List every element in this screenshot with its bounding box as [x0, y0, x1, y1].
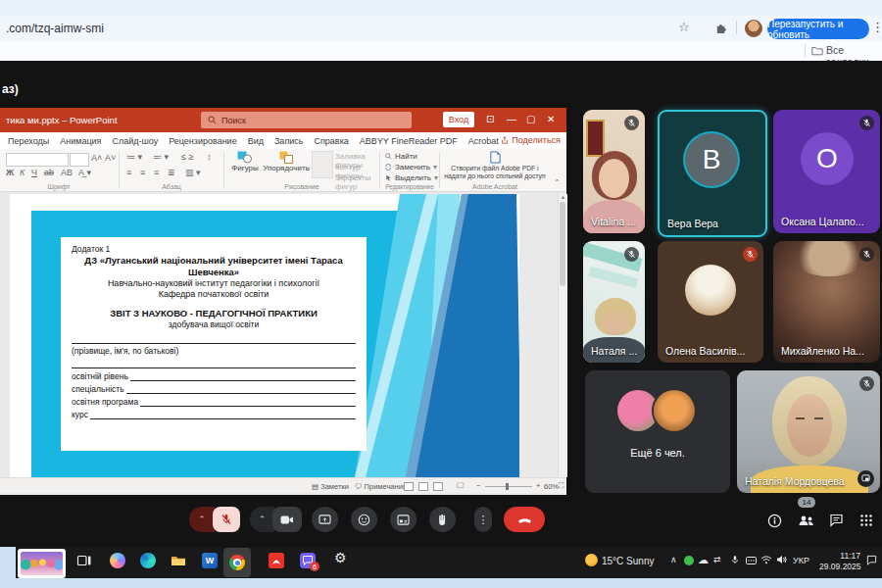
font-name-box[interactable]	[6, 153, 69, 167]
profile-avatar[interactable]	[745, 20, 762, 37]
zoom-slider[interactable]	[485, 486, 532, 487]
participant-tile-vitalina[interactable]: Vitalina ...	[583, 110, 645, 233]
more-participants-tile[interactable]: Ещё 6 чел.	[585, 370, 730, 493]
fit-to-window-icon[interactable]: ⛶	[559, 481, 564, 491]
notes-button[interactable]: ▤ Заметки	[312, 482, 349, 491]
tab-abbyy[interactable]: ABBYY FineReader PDF	[360, 136, 458, 146]
tab-animations[interactable]: Анимация	[60, 136, 101, 146]
activities-apps-icon[interactable]	[859, 514, 873, 531]
text-color-button[interactable]: А̲ ▾	[78, 168, 91, 177]
microphone-tray-icon[interactable]	[730, 555, 740, 565]
more-options-button[interactable]: ⋮	[474, 507, 492, 532]
chrome-active-tile[interactable]	[223, 548, 251, 577]
vertical-scrollbar[interactable]: ▲	[558, 194, 567, 477]
strikethrough-button[interactable]: ab	[44, 168, 54, 177]
word-icon[interactable]: W	[202, 553, 218, 568]
participant-tile-vera[interactable]: B Вера Вера	[658, 110, 767, 237]
acrobat-icon[interactable]	[269, 553, 284, 568]
participant-tile-oksana[interactable]: O Оксана Цалапо...	[773, 110, 880, 233]
find-button[interactable]: Найти	[385, 152, 417, 161]
bullets-button[interactable]: ≔ ▾	[126, 152, 142, 162]
indent-buttons[interactable]: ≤ ≥	[181, 152, 193, 162]
collapse-ribbon-icon[interactable]: ⌃	[554, 178, 561, 187]
italic-button[interactable]: К	[20, 168, 24, 177]
grow-font-button[interactable]: A˄	[91, 153, 102, 163]
columns-button[interactable]: ▥ ▾	[185, 168, 201, 177]
tab-transitions[interactable]: Переходы	[8, 136, 49, 146]
underline-button[interactable]: Ч	[31, 168, 37, 177]
char-spacing-button[interactable]: АВ	[61, 168, 73, 177]
zoom-slider-thumb[interactable]	[506, 483, 509, 490]
scroll-up-icon[interactable]: ▲	[559, 194, 567, 200]
close-button[interactable]: ✕	[547, 114, 555, 124]
weather-widget[interactable]: 15°C Sunny	[602, 556, 654, 566]
mic-muted-button[interactable]	[213, 507, 240, 532]
camera-button[interactable]	[272, 507, 302, 532]
ppt-share-button[interactable]: Поделиться	[501, 135, 561, 145]
tab-help[interactable]: Справка	[314, 136, 348, 146]
bold-button[interactable]: Ж	[6, 168, 14, 177]
zoom-in-button[interactable]: +	[536, 481, 540, 490]
shapes-button[interactable]: Фигуры	[228, 151, 262, 172]
select-button[interactable]: Выделить▾	[385, 173, 438, 182]
end-call-button[interactable]	[504, 507, 545, 532]
language-indicator[interactable]: УКР	[793, 556, 809, 565]
zoom-level[interactable]: 60%	[544, 482, 559, 491]
comments-button[interactable]: 🗩 Примечания	[355, 482, 407, 491]
onedrive-cloud-icon[interactable]: ☁	[698, 554, 709, 566]
align-right-button[interactable]: ≡	[154, 168, 159, 177]
reading-view-button[interactable]	[433, 482, 443, 491]
viber-icon[interactable]: 6	[300, 553, 316, 568]
mic-options-chevron[interactable]: ⌃	[189, 507, 215, 532]
tray-expand-chevron[interactable]: ∧	[670, 555, 677, 564]
participant-tile-natalya[interactable]: Наталя ...	[583, 241, 645, 363]
notification-center-icon[interactable]	[866, 555, 877, 565]
volume-tray-icon[interactable]	[776, 555, 787, 564]
browser-menu-kebab-icon[interactable]: ⋮	[871, 20, 882, 34]
ppt-signin-button[interactable]: Вход	[443, 112, 474, 127]
arrange-button[interactable]: Упорядочить	[263, 151, 310, 172]
tab-view[interactable]: Вид	[248, 136, 264, 146]
wifi-tray-icon[interactable]	[760, 555, 772, 564]
bookmark-star-icon[interactable]: ☆	[678, 20, 690, 34]
present-screen-button[interactable]	[312, 507, 338, 532]
participant-tile-olena[interactable]: Олена Василів...	[658, 241, 763, 363]
picture-in-picture-icon[interactable]	[858, 470, 874, 487]
font-size-box[interactable]	[70, 153, 89, 167]
tab-slideshow[interactable]: Слайд-шоу	[112, 136, 158, 146]
clock-widget[interactable]: 11:17 29.09.2025	[819, 551, 860, 571]
scrollbar-thumb[interactable]	[560, 202, 565, 286]
normal-view-button[interactable]	[404, 482, 414, 491]
numbering-button[interactable]: ≕ ▾	[153, 152, 169, 162]
browser-update-button[interactable]: Перезапустить и обновить	[767, 19, 869, 39]
tab-acrobat[interactable]: Acrobat	[468, 136, 499, 146]
ppt-search-box[interactable]: Поиск	[201, 112, 412, 128]
align-center-button[interactable]: ≡	[140, 168, 145, 177]
tab-record[interactable]: Запись	[274, 136, 304, 146]
extensions-puzzle-icon[interactable]	[714, 22, 727, 34]
shrink-font-button[interactable]: A˅	[105, 153, 116, 163]
raise-hand-button[interactable]	[429, 507, 456, 532]
address-bar[interactable]: .com/tzq-aimw-smi	[6, 22, 104, 35]
participant-tile-mordovtseva[interactable]: Наталія Мордовцева	[737, 370, 880, 493]
antivirus-tray-icon[interactable]	[684, 556, 694, 565]
tab-review[interactable]: Рецензирование	[169, 136, 237, 146]
create-pdf-button[interactable]: Створити файл Adobe PDF і надати до ньог…	[443, 165, 547, 181]
maximize-button[interactable]: ▢	[526, 114, 535, 124]
slideshow-view-button[interactable]: 🖵	[457, 481, 464, 491]
zoom-out-button[interactable]: −	[476, 481, 480, 490]
start-button[interactable]	[18, 549, 66, 578]
task-view-icon[interactable]	[76, 553, 92, 568]
align-left-button[interactable]: ≡	[126, 168, 131, 177]
line-spacing-button[interactable]: ↕	[207, 152, 212, 162]
camera-options-chevron[interactable]: ⌃	[250, 507, 274, 532]
weather-sun-icon[interactable]	[585, 554, 598, 566]
sorter-view-button[interactable]	[418, 482, 428, 491]
device-tray-icon[interactable]	[746, 557, 757, 564]
file-explorer-icon[interactable]	[171, 553, 186, 568]
edge-icon[interactable]	[140, 553, 156, 568]
ribbon-display-options-icon[interactable]: ⊡	[486, 114, 494, 124]
chat-panel-icon[interactable]	[829, 514, 844, 531]
meeting-info-icon[interactable]	[767, 514, 782, 532]
sync-tray-icon[interactable]: ⇄	[713, 555, 721, 564]
